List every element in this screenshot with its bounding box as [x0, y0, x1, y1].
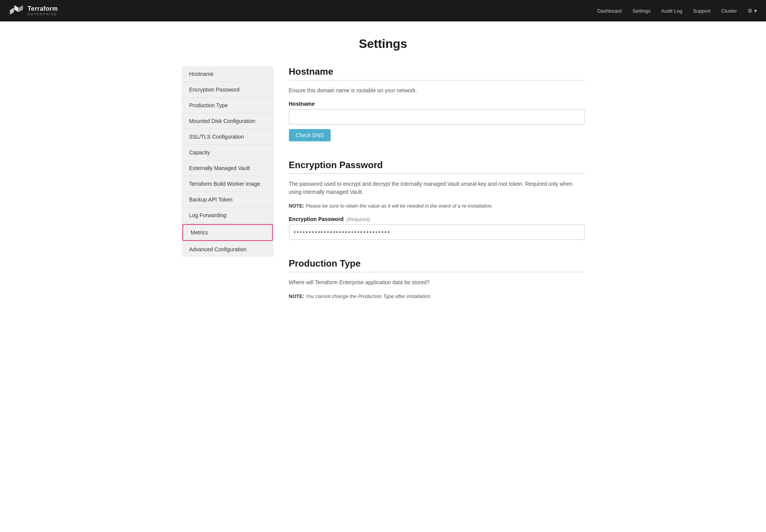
nav-cluster-link[interactable]: Cluster [721, 8, 737, 14]
nav-audit-log-link[interactable]: Audit Log [661, 8, 682, 14]
topnav-right: Dashboard Settings Audit Log Support Clu… [597, 8, 757, 14]
nav-settings-link[interactable]: Settings [632, 8, 650, 14]
gear-icon[interactable]: ⚙ ▾ [748, 8, 757, 14]
encryption-note-text: Please be sure to retain the value as it… [306, 203, 493, 209]
sidebar: Hostname Encryption Password Production … [182, 66, 274, 257]
encryption-label-text: Encryption Password [289, 216, 344, 222]
sidebar-item-capacity[interactable]: Capacity [182, 145, 274, 160]
topnav-brand-sub: Enterprise [28, 12, 58, 16]
hostname-description: Ensure this domain name is routable on y… [289, 87, 585, 95]
production-type-note: NOTE: You cannot change the Production T… [289, 293, 585, 300]
terraform-logo-icon [9, 4, 23, 18]
topnav-left: Terraform Enterprise [9, 4, 58, 18]
page-container: Settings Hostname Encryption Password Pr… [172, 21, 594, 334]
sidebar-item-hostname[interactable]: Hostname [182, 66, 274, 82]
encryption-note: NOTE: Please be sure to retain the value… [289, 202, 585, 210]
hostname-input[interactable] [289, 109, 585, 124]
sidebar-item-advanced-config[interactable]: Advanced Configuration [182, 242, 274, 257]
hostname-field-label: Hostname [289, 101, 585, 107]
encryption-section-title: Encryption Password [289, 160, 585, 174]
production-type-description: Where will Terraform Enterprise applicat… [289, 278, 585, 286]
svg-marker-2 [10, 8, 14, 15]
production-type-note-prefix: NOTE: [289, 293, 304, 299]
sidebar-item-ext-vault[interactable]: Externally Managed Vault [182, 160, 274, 176]
sidebar-item-build-worker[interactable]: Terraform Build Worker image [182, 176, 274, 192]
encryption-required-badge: (Required) [347, 216, 370, 222]
sidebar-item-backup-api[interactable]: Backup API Token [182, 192, 274, 208]
sidebar-item-encryption-password[interactable]: Encryption Password [182, 82, 274, 98]
production-type-note-text: You cannot change the Production Type af… [306, 293, 432, 299]
production-type-section-title: Production Type [289, 258, 585, 272]
topnav-brand: Terraform Enterprise [28, 5, 58, 16]
nav-support-link[interactable]: Support [693, 8, 710, 14]
sidebar-item-log-forwarding[interactable]: Log Forwarding [182, 208, 274, 223]
section-hostname: Hostname Ensure this domain name is rout… [289, 66, 585, 141]
sidebar-item-metrics[interactable]: Metrics [182, 224, 273, 241]
encryption-password-input[interactable] [289, 224, 585, 240]
page-title: Settings [182, 37, 585, 51]
svg-marker-1 [19, 5, 23, 12]
topnav-brand-name: Terraform [28, 5, 58, 12]
nav-dashboard-link[interactable]: Dashboard [597, 8, 622, 14]
check-dns-button[interactable]: Check DNS [289, 129, 331, 141]
content-layout: Hostname Encryption Password Production … [182, 66, 585, 318]
section-encryption-password: Encryption Password The password used to… [289, 160, 585, 240]
section-production-type: Production Type Where will Terraform Ent… [289, 258, 585, 300]
svg-marker-0 [15, 5, 19, 12]
sidebar-item-production-type[interactable]: Production Type [182, 98, 274, 113]
encryption-field-label: Encryption Password (Required) [289, 216, 585, 222]
sidebar-item-ssl-tls[interactable]: SSL/TLS Configuration [182, 129, 274, 145]
encryption-description: The password used to encrypt and decrypt… [289, 180, 585, 196]
sidebar-item-mounted-disk[interactable]: Mounted Disk Configuration [182, 113, 274, 129]
encryption-note-prefix: NOTE: [289, 203, 304, 209]
topnav: Terraform Enterprise Dashboard Settings … [0, 0, 766, 21]
hostname-section-title: Hostname [289, 66, 585, 80]
main-content: Hostname Ensure this domain name is rout… [289, 66, 585, 318]
